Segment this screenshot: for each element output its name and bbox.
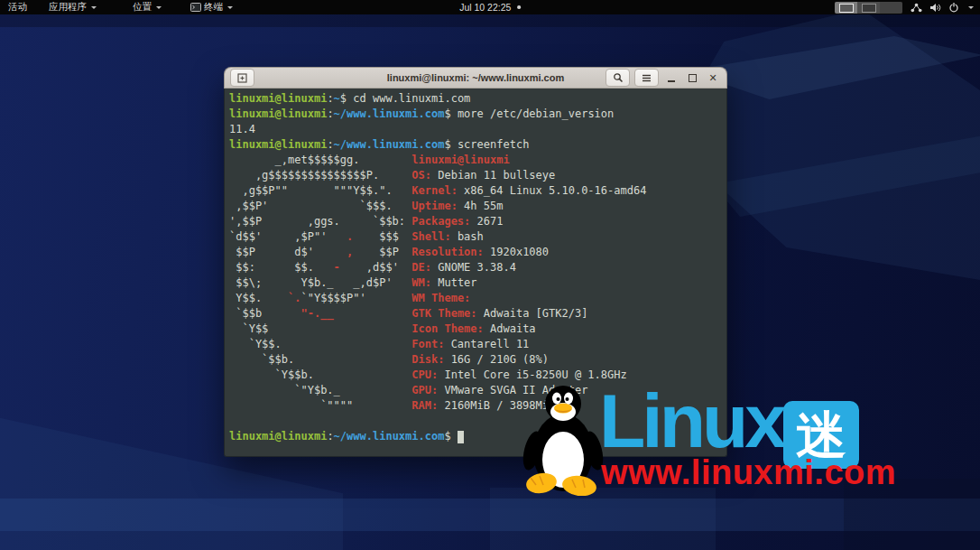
network-icon — [911, 3, 922, 13]
workspace-switcher — [835, 2, 902, 14]
workspace-3[interactable] — [880, 2, 902, 14]
menu-icon — [642, 74, 652, 82]
wallpaper-shade — [0, 14, 980, 27]
wallpaper-band — [844, 479, 980, 550]
brand-badge: 迷 — [783, 401, 859, 469]
chevron-down-icon — [91, 6, 97, 9]
wallpaper-band — [490, 488, 716, 550]
terminal-window-icon — [190, 3, 201, 12]
system-tray[interactable] — [911, 2, 974, 13]
watermark-url: www.linuxmi.com — [601, 455, 896, 489]
maximize-icon — [689, 74, 697, 82]
search-icon — [613, 72, 624, 83]
applications-label: 应用程序 — [49, 1, 87, 14]
clock-button[interactable]: Jul 10 22:25 — [452, 0, 528, 14]
caret-down-icon — [968, 6, 974, 9]
terminal-output: linuxmi@linuxmi:~$ cd www.linuxmi.comlin… — [229, 91, 726, 444]
activities-label: 活动 — [8, 1, 27, 14]
minimize-icon — [668, 80, 675, 82]
new-tab-button[interactable] — [230, 69, 254, 87]
terminal-screen[interactable]: linuxmi@linuxmi:~$ cd www.linuxmi.comlin… — [224, 89, 727, 457]
terminal-window: linuxmi@linuxmi: ~/www.linuxmi.com — [224, 67, 727, 457]
maximize-button[interactable] — [684, 70, 700, 86]
minimize-button[interactable] — [663, 70, 680, 86]
activities-button[interactable]: 活动 — [0, 0, 35, 14]
power-icon — [948, 2, 959, 13]
chevron-down-icon — [156, 6, 162, 9]
new-tab-icon — [237, 73, 247, 83]
search-button[interactable] — [606, 69, 630, 87]
menu-button[interactable] — [634, 69, 659, 87]
app-menu-label: 终端 — [204, 1, 223, 14]
wallpaper-band — [0, 499, 980, 531]
clock-label: Jul 10 22:25 — [459, 2, 511, 13]
volume-icon — [929, 3, 941, 13]
chevron-down-icon — [227, 6, 233, 9]
close-button[interactable]: ✕ — [705, 70, 721, 86]
top-bar: 活动 应用程序 位置 终端 Jul 10 22:25 — [0, 0, 980, 14]
applications-menu[interactable]: 应用程序 — [41, 0, 105, 14]
notification-dot — [517, 5, 521, 9]
workspace-2[interactable] — [857, 2, 880, 14]
workspace-window-icon — [862, 4, 876, 13]
workspace-window-icon — [839, 4, 854, 13]
wallpaper-stripe — [713, 135, 980, 217]
places-label: 位置 — [133, 1, 152, 14]
topbar-right — [835, 0, 980, 14]
terminal-titlebar[interactable]: linuxmi@linuxmi: ~/www.linuxmi.com — [224, 67, 727, 89]
app-menu-terminal[interactable]: 终端 — [182, 0, 241, 14]
places-menu[interactable]: 位置 — [125, 0, 170, 14]
brand-badge-char: 迷 — [796, 410, 846, 461]
wallpaper-stripe — [686, 36, 980, 99]
close-icon: ✕ — [708, 72, 717, 84]
workspace-1[interactable] — [835, 2, 857, 14]
